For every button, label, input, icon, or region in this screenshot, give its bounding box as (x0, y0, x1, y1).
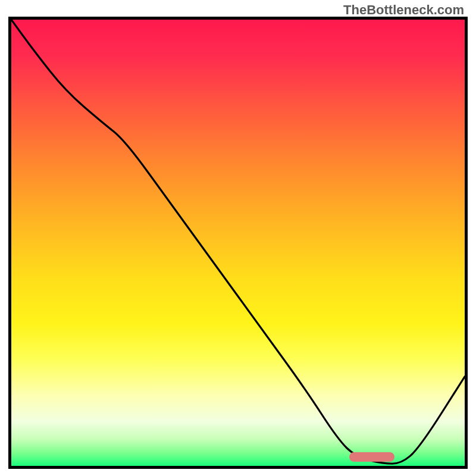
optimal-range-marker (349, 452, 394, 462)
chart-area (8, 17, 468, 469)
watermark-text: TheBottleneck.com (343, 2, 464, 18)
bottleneck-curve (11, 20, 465, 466)
